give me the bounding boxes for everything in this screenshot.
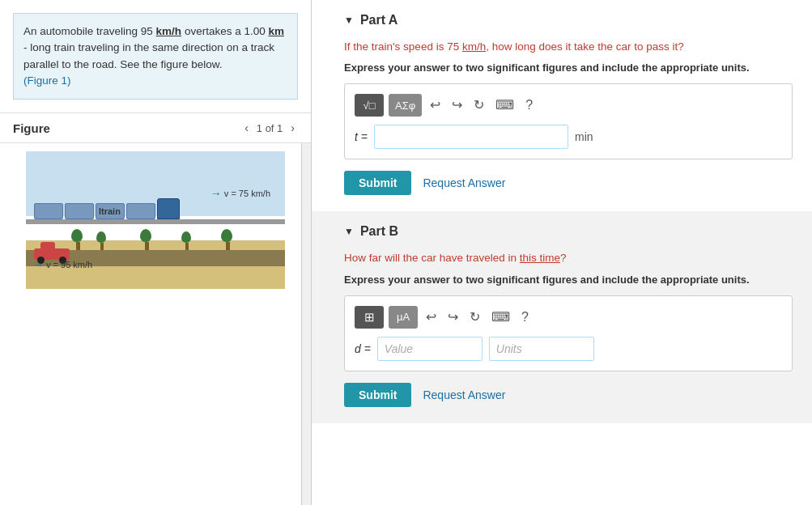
part-b-refresh-btn[interactable]: ↻ bbox=[466, 309, 483, 325]
part-a-help-btn[interactable]: ? bbox=[522, 97, 536, 113]
train-car-4 bbox=[126, 203, 155, 219]
part-a-sqrt-btn[interactable]: √□ bbox=[355, 94, 384, 117]
part-a-input-label: t = bbox=[355, 130, 368, 143]
train-label: ltrain bbox=[99, 206, 121, 216]
part-b-value-input[interactable] bbox=[377, 337, 483, 361]
figure-nav: ‹ 1 of 1 › bbox=[241, 120, 298, 136]
part-a-submit-btn[interactable]: Submit bbox=[344, 171, 411, 195]
part-b-question: How far will the car have traveled in th… bbox=[344, 250, 793, 266]
track bbox=[26, 219, 285, 224]
figure-title: Figure bbox=[13, 121, 50, 135]
part-b-submit-btn[interactable]: Submit bbox=[344, 383, 411, 407]
part-a-request-link[interactable]: Request Answer bbox=[423, 176, 505, 189]
train-speed-label: → v = 75 km/h bbox=[210, 187, 270, 200]
part-b-input-label: d = bbox=[355, 342, 371, 355]
tree-2 bbox=[99, 231, 106, 250]
part-a-unit: min bbox=[575, 130, 593, 143]
auto-speed: km/h bbox=[156, 25, 182, 37]
car-arrow: → bbox=[32, 258, 44, 271]
part-a-question: If the train's speed is 75 km/h, how lon… bbox=[344, 39, 793, 55]
part-b-units-input[interactable] bbox=[489, 337, 594, 361]
part-b-grid-btn[interactable]: ⊞ bbox=[355, 306, 384, 329]
part-b-section: ▼ Part B How far will the car have trave… bbox=[312, 211, 812, 422]
part-b-keyboard-btn[interactable]: ⌨ bbox=[488, 309, 513, 325]
tree-1 bbox=[74, 229, 83, 250]
train-car-2 bbox=[65, 203, 94, 219]
part-a-undo-btn[interactable]: ↩ bbox=[427, 97, 444, 113]
part-b-input-row: d = bbox=[355, 337, 782, 361]
left-panel: An automobile traveling 95 km/h overtake… bbox=[0, 0, 312, 505]
part-a-section: ▼ Part A If the train's speed is 75 km/h… bbox=[312, 0, 812, 211]
train-scene: ltrain → v = 75 km/h bbox=[26, 151, 285, 289]
part-b-collapse[interactable]: ▼ bbox=[344, 226, 354, 237]
tree-3 bbox=[143, 229, 151, 250]
car-speed-label: → v = 95 km/h bbox=[32, 258, 92, 271]
tree-5 bbox=[224, 229, 232, 250]
part-a-keyboard-btn[interactable]: ⌨ bbox=[492, 97, 517, 113]
tree-4 bbox=[184, 231, 191, 250]
part-a-header-row: ▼ Part A bbox=[344, 13, 793, 28]
part-a-answer-box: √□ ΑΣφ ↩ ↪ ↻ ⌨ ? t = min bbox=[344, 83, 793, 159]
train-length: km bbox=[268, 25, 284, 37]
figure-link[interactable]: (Figure 1) bbox=[23, 74, 71, 87]
part-a-refresh-btn[interactable]: ↻ bbox=[470, 97, 487, 113]
part-b-undo-btn[interactable]: ↩ bbox=[423, 309, 440, 325]
figure-prev-button[interactable]: ‹ bbox=[241, 120, 252, 136]
part-b-redo-btn[interactable]: ↪ bbox=[444, 309, 461, 325]
part-a-input[interactable] bbox=[374, 125, 568, 149]
train-car-1 bbox=[34, 203, 63, 219]
part-b-micro-btn[interactable]: μΑ bbox=[389, 306, 418, 329]
part-a-symbol-btn[interactable]: ΑΣφ bbox=[389, 94, 422, 117]
part-b-title: Part B bbox=[360, 224, 398, 239]
part-a-input-row: t = min bbox=[355, 125, 782, 149]
part-a-btn-row: Submit Request Answer bbox=[344, 171, 793, 195]
scrollbar[interactable] bbox=[301, 143, 311, 505]
part-b-answer-box: ⊞ μΑ ↩ ↪ ↻ ⌨ ? d = bbox=[344, 295, 793, 371]
figure-next-button[interactable]: › bbox=[287, 120, 298, 136]
figure-scroll: ltrain → v = 75 km/h bbox=[0, 143, 311, 297]
part-b-btn-row: Submit Request Answer bbox=[344, 383, 793, 407]
train-engine bbox=[157, 198, 180, 219]
part-a-toolbar: √□ ΑΣφ ↩ ↪ ↻ ⌨ ? bbox=[355, 94, 782, 117]
part-b-request-link[interactable]: Request Answer bbox=[423, 388, 505, 401]
part-b-toolbar: ⊞ μΑ ↩ ↪ ↻ ⌨ ? bbox=[355, 306, 782, 329]
figure-header: Figure ‹ 1 of 1 › bbox=[0, 112, 311, 142]
figure-area: ltrain → v = 75 km/h bbox=[0, 142, 311, 505]
part-a-title: Part A bbox=[360, 13, 398, 28]
problem-statement: An automobile traveling 95 km/h overtake… bbox=[13, 13, 298, 100]
part-b-header-row: ▼ Part B bbox=[344, 224, 793, 239]
part-b-help-btn[interactable]: ? bbox=[518, 309, 532, 325]
train-arrow: → bbox=[210, 187, 222, 200]
part-a-collapse[interactable]: ▼ bbox=[344, 15, 354, 26]
right-panel: ▼ Part A If the train's speed is 75 km/h… bbox=[312, 0, 812, 505]
figure-nav-label: 1 of 1 bbox=[257, 122, 283, 134]
part-a-redo-btn[interactable]: ↪ bbox=[449, 97, 466, 113]
part-a-instruction: Express your answer to two significant f… bbox=[344, 62, 793, 74]
part-b-instruction: Express your answer to two significant f… bbox=[344, 274, 793, 286]
